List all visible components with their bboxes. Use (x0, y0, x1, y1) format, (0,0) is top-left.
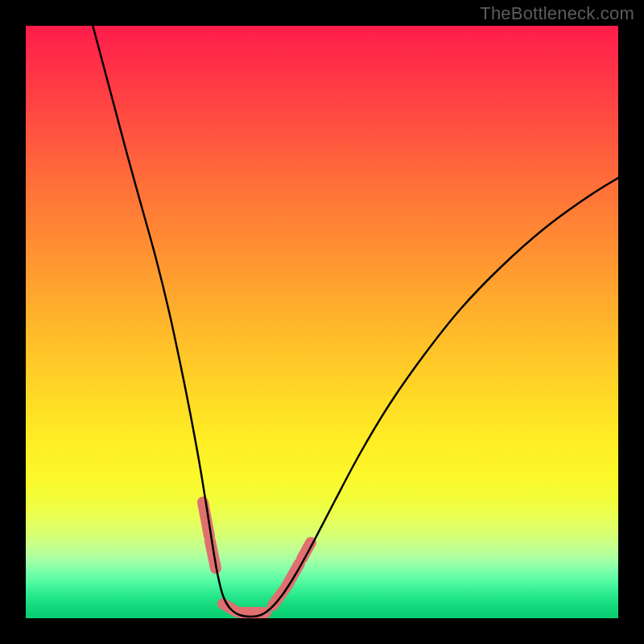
watermark-text: TheBottleneck.com (480, 3, 634, 24)
highlight-marks (203, 502, 311, 613)
highlight-segment (286, 564, 299, 588)
plot-area (26, 26, 618, 618)
chart-frame: TheBottleneck.com (0, 0, 644, 644)
curve-layer (26, 26, 618, 618)
bottleneck-curve (89, 26, 618, 617)
